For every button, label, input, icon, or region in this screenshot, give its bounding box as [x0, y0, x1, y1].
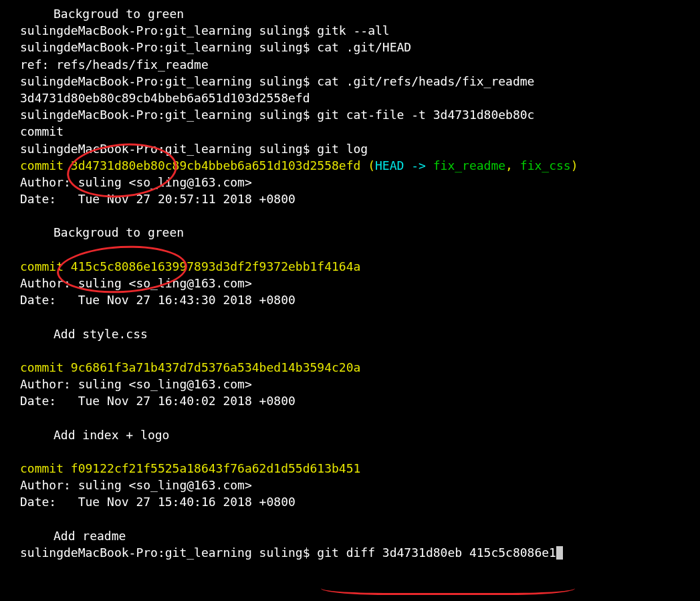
cursor: [556, 546, 563, 560]
ref-separator: ,: [505, 158, 520, 172]
prompt: sulingdeMacBook-Pro:git_learning suling$: [20, 74, 317, 88]
date-line: Date: Tue Nov 27 20:57:11 2018 +0800: [20, 191, 700, 207]
prompt: sulingdeMacBook-Pro:git_learning suling$: [20, 23, 317, 37]
commit-line: commit 9c6861f3a71b437d7d5376a534bed14b3…: [20, 359, 700, 376]
command: gitk --all: [317, 23, 389, 37]
commit-line: commit f09122cf21f5525a18643f76a62d1d55d…: [20, 460, 700, 477]
blank-line: [20, 308, 700, 325]
prompt: sulingdeMacBook-Pro:git_learning suling$: [20, 40, 317, 54]
author-line: Author: suling <so_ling@163.com>: [20, 174, 700, 191]
command: git cat-file -t 3d4731d80eb80c: [317, 108, 534, 122]
prompt: sulingdeMacBook-Pro:git_learning suling$: [20, 546, 317, 560]
branch-ref: fix_readme: [433, 158, 505, 172]
blank-line: [20, 207, 700, 224]
commit-message: Backgroud to green: [20, 5, 700, 22]
output-line: commit: [20, 123, 700, 140]
command: git log: [317, 142, 368, 156]
prompt: sulingdeMacBook-Pro:git_learning suling$: [20, 142, 317, 156]
branch-ref: fix_css: [520, 158, 571, 172]
terminal-output[interactable]: Backgroud to green sulingdeMacBook-Pro:g…: [20, 5, 700, 561]
head-ref: HEAD ->: [375, 158, 433, 172]
command: cat .git/refs/heads/fix_readme: [317, 74, 534, 88]
commit-prefix: commit: [20, 158, 71, 172]
prompt-line: sulingdeMacBook-Pro:git_learning suling$…: [20, 22, 700, 39]
commit-message: Add readme: [20, 527, 700, 544]
command: cat .git/HEAD: [317, 40, 411, 54]
commit-line: commit 415c5c8086e163997893d3df2f9372ebb…: [20, 258, 700, 275]
commit-hash: 3d4731d80eb80c89cb4bbeb6a651d103d2558efd: [71, 158, 360, 172]
blank-line: [20, 511, 700, 527]
blank-line: [20, 342, 700, 359]
output-line: 3d4731d80eb80c89cb4bbeb6a651d103d2558efd: [20, 90, 700, 106]
commit-message: Backgroud to green: [20, 224, 700, 241]
date-line: Date: Tue Nov 27 15:40:16 2018 +0800: [20, 493, 700, 510]
prompt-line-active[interactable]: sulingdeMacBook-Pro:git_learning suling$…: [20, 544, 700, 561]
author-line: Author: suling <so_ling@163.com>: [20, 376, 700, 392]
prompt-line: sulingdeMacBook-Pro:git_learning suling$…: [20, 140, 700, 157]
date-line: Date: Tue Nov 27 16:40:02 2018 +0800: [20, 392, 700, 409]
commit-message: Add index + logo: [20, 427, 700, 443]
output-line: ref: refs/heads/fix_readme: [20, 56, 700, 73]
prompt-line: sulingdeMacBook-Pro:git_learning suling$…: [20, 39, 700, 55]
decoration-open: (: [360, 158, 375, 172]
prompt-line: sulingdeMacBook-Pro:git_learning suling$…: [20, 106, 700, 123]
prompt-line: sulingdeMacBook-Pro:git_learning suling$…: [20, 73, 700, 90]
blank-line: [20, 410, 700, 427]
author-line: Author: suling <so_ling@163.com>: [20, 477, 700, 493]
annotation-underline-icon: [321, 588, 575, 595]
commit-message: Add style.css: [20, 326, 700, 342]
blank-line: [20, 241, 700, 258]
author-line: Author: suling <so_ling@163.com>: [20, 275, 700, 291]
commit-line: commit 3d4731d80eb80c89cb4bbeb6a651d103d…: [20, 157, 700, 174]
blank-line: [20, 443, 700, 460]
command-input[interactable]: git diff 3d4731d80eb 415c5c8086e1: [317, 546, 556, 560]
date-line: Date: Tue Nov 27 16:43:30 2018 +0800: [20, 291, 700, 308]
prompt: sulingdeMacBook-Pro:git_learning suling$: [20, 108, 317, 122]
decoration-close: ): [571, 158, 578, 172]
